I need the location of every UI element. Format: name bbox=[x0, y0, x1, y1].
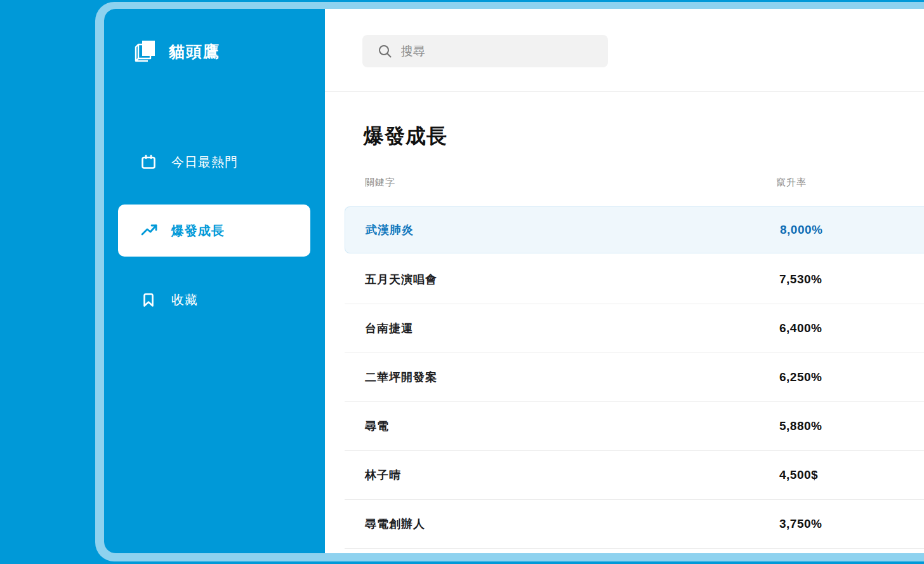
column-header-rate: 竄升率 bbox=[776, 177, 807, 189]
search-box[interactable] bbox=[362, 35, 608, 67]
sidebar-item-label: 爆發成長 bbox=[171, 222, 225, 239]
sidebar-item-label: 收藏 bbox=[171, 292, 198, 309]
table-body: 武漢肺炎 8,000% 五月天演唱會 7,530% 台南捷運 6,400% 二華… bbox=[325, 206, 924, 549]
table-row[interactable]: 尋電 5,880% bbox=[345, 402, 924, 451]
rate-cell: 6,400% bbox=[779, 321, 822, 335]
keyword-cell: 林子晴 bbox=[365, 467, 401, 483]
main-content: 爆發成長 關鍵字 竄升率 武漢肺炎 8,000% 五月天演唱會 7,530% 台… bbox=[325, 9, 924, 553]
rate-cell: 7,530% bbox=[779, 272, 822, 286]
rate-cell: 4,500$ bbox=[779, 468, 818, 482]
app-logo-label: 貓頭鷹 bbox=[169, 41, 220, 62]
pages-logo-icon bbox=[133, 39, 157, 64]
keyword-cell: 武漢肺炎 bbox=[366, 222, 414, 238]
search-icon bbox=[378, 44, 392, 58]
topbar bbox=[325, 9, 924, 92]
table-row[interactable]: 尋電創辦人 3,750% bbox=[345, 500, 924, 549]
table-row[interactable]: 武漢肺炎 8,000% bbox=[345, 206, 924, 253]
sidebar-item-today-hottest[interactable]: 今日最熱門 bbox=[104, 145, 325, 179]
search-input[interactable] bbox=[401, 44, 591, 58]
sidebar: 貓頭鷹 今日最熱門 bbox=[104, 9, 325, 553]
rate-cell: 6,250% bbox=[779, 370, 822, 384]
rate-cell: 8,000% bbox=[780, 223, 822, 237]
app-logo: 貓頭鷹 bbox=[133, 39, 220, 64]
sidebar-item-explosive-growth[interactable]: 爆發成長 bbox=[118, 205, 310, 257]
rate-cell: 3,750% bbox=[779, 517, 822, 531]
table-row[interactable]: 二華坪開發案 6,250% bbox=[345, 353, 924, 402]
column-header-keyword: 關鍵字 bbox=[365, 177, 395, 189]
app-frame: 貓頭鷹 今日最熱門 bbox=[95, 2, 924, 561]
keyword-cell: 台南捷運 bbox=[365, 321, 413, 336]
page-title: 爆發成長 bbox=[364, 124, 924, 148]
table-row[interactable]: 五月天演唱會 7,530% bbox=[345, 255, 924, 304]
sidebar-item-favorites[interactable]: 收藏 bbox=[104, 283, 325, 317]
bookmark-icon bbox=[140, 292, 157, 308]
table-row[interactable]: 林子晴 4,500$ bbox=[345, 451, 924, 500]
keyword-cell: 尋電創辦人 bbox=[365, 516, 425, 532]
app-window: 貓頭鷹 今日最熱門 bbox=[104, 9, 924, 553]
table-row[interactable]: 台南捷運 6,400% bbox=[345, 304, 924, 353]
keyword-cell: 尋電 bbox=[365, 419, 389, 434]
calendar-icon bbox=[140, 154, 157, 170]
sidebar-item-label: 今日最熱門 bbox=[171, 154, 238, 171]
keyword-cell: 二華坪開發案 bbox=[365, 370, 437, 385]
keyword-cell: 五月天演唱會 bbox=[365, 272, 437, 287]
rate-cell: 5,880% bbox=[779, 419, 822, 433]
table-header: 關鍵字 竄升率 bbox=[325, 177, 924, 191]
trending-up-icon bbox=[140, 222, 158, 239]
